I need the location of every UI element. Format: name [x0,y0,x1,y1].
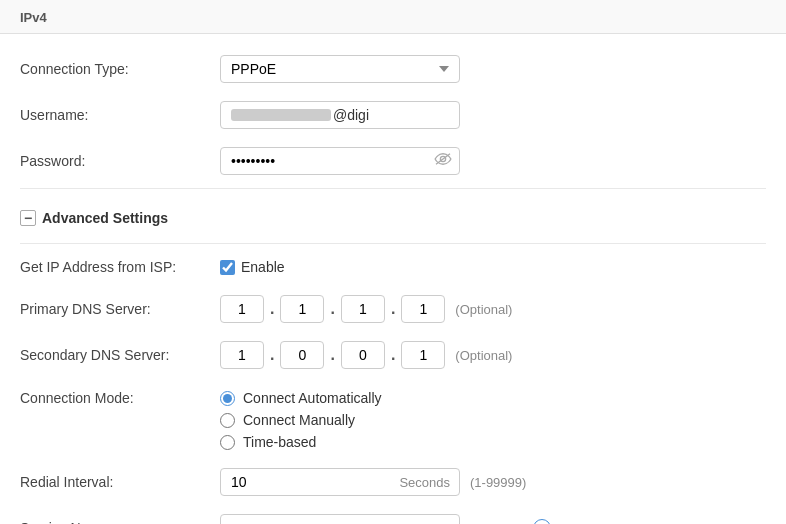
advanced-settings-row[interactable]: − Advanced Settings [20,193,766,239]
service-name-row: Service Name: (Optional) i [20,505,766,524]
radio-auto-text: Connect Automatically [243,390,382,406]
secondary-dns-octet-4[interactable] [401,341,445,369]
secondary-dns-label: Secondary DNS Server: [20,347,220,363]
secondary-dns-dot-2: . [328,346,336,364]
get-ip-checkbox-label[interactable]: Enable [220,259,285,275]
username-row: Username: @digi [20,92,766,138]
eye-icon[interactable] [434,152,452,170]
redial-range: (1-99999) [470,475,526,490]
connection-type-label: Connection Type: [20,61,220,77]
secondary-dns-octet-3[interactable] [341,341,385,369]
connection-mode-row: Connection Mode: Connect Automatically C… [20,378,766,459]
password-label: Password: [20,153,220,169]
section-header: IPv4 [0,0,786,34]
primary-dns-optional: (Optional) [455,302,512,317]
connection-mode-control: Connect Automatically Connect Manually T… [220,390,766,450]
get-ip-checkbox[interactable] [220,260,235,275]
service-name-optional: (Optional) [470,521,527,525]
redial-interval-row: Redial Interval: Seconds (1-99999) [20,459,766,505]
section-title: IPv4 [20,10,47,25]
radio-time-text: Time-based [243,434,316,450]
radio-manual[interactable] [220,413,235,428]
secondary-dns-octet-1[interactable] [220,341,264,369]
connection-mode-label: Connection Mode: [20,390,220,406]
collapse-icon: − [20,210,36,226]
username-suffix: @digi [333,107,369,123]
secondary-dns-control: . . . (Optional) [220,341,766,369]
primary-dns-label: Primary DNS Server: [20,301,220,317]
secondary-dns-octet-2[interactable] [280,341,324,369]
username-blurred-portion [231,109,331,121]
redial-interval-label: Redial Interval: [20,474,220,490]
secondary-dns-dot-1: . [268,346,276,364]
service-name-label: Service Name: [20,520,220,524]
username-label: Username: [20,107,220,123]
redial-interval-control: Seconds (1-99999) [220,468,766,496]
redial-unit: Seconds [399,475,450,490]
radio-time-label[interactable]: Time-based [220,434,382,450]
primary-dns-octet-1[interactable] [220,295,264,323]
primary-dns-dot-1: . [268,300,276,318]
password-input[interactable] [220,147,460,175]
secondary-dns-row: Secondary DNS Server: . . . (Optional) [20,332,766,378]
connection-mode-radio-group: Connect Automatically Connect Manually T… [220,390,382,450]
primary-dns-octet-3[interactable] [341,295,385,323]
primary-dns-row: Primary DNS Server: . . . (Optional) [20,286,766,332]
connection-type-row: Connection Type: PPPoE DHCP Static IP [20,46,766,92]
radio-auto[interactable] [220,391,235,406]
primary-dns-control: . . . (Optional) [220,295,766,323]
redial-wrapper: Seconds [220,468,460,496]
service-name-input[interactable] [220,514,460,524]
secondary-dns-group: . . . [220,341,445,369]
primary-dns-octet-4[interactable] [401,295,445,323]
advanced-settings-label: Advanced Settings [42,210,168,226]
primary-dns-dot-2: . [328,300,336,318]
password-control [220,147,766,175]
get-ip-row: Get IP Address from ISP: Enable [20,248,766,286]
username-control: @digi [220,101,766,129]
get-ip-enable-text: Enable [241,259,285,275]
connection-type-control: PPPoE DHCP Static IP [220,55,766,83]
password-row: Password: [20,138,766,184]
secondary-dns-optional: (Optional) [455,348,512,363]
service-name-info-icon[interactable]: i [533,519,551,524]
connection-type-select[interactable]: PPPoE DHCP Static IP [220,55,460,83]
password-wrapper [220,147,460,175]
get-ip-label: Get IP Address from ISP: [20,259,220,275]
radio-time[interactable] [220,435,235,450]
radio-manual-text: Connect Manually [243,412,355,428]
primary-dns-group: . . . [220,295,445,323]
get-ip-control: Enable [220,259,766,275]
primary-dns-dot-3: . [389,300,397,318]
advanced-settings-toggle[interactable]: − Advanced Settings [20,202,168,230]
secondary-dns-dot-3: . [389,346,397,364]
radio-auto-label[interactable]: Connect Automatically [220,390,382,406]
primary-dns-octet-2[interactable] [280,295,324,323]
service-name-control: (Optional) i [220,514,766,524]
radio-manual-label[interactable]: Connect Manually [220,412,382,428]
